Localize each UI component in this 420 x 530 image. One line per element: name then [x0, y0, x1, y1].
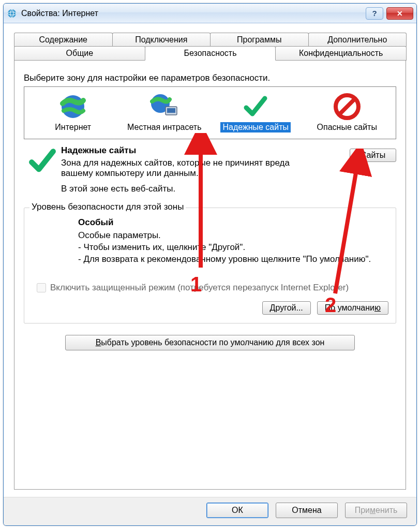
reset-all-zones-button[interactable]: Выбрать уровень безопасности по умолчани…: [65, 335, 355, 350]
svg-rect-5: [167, 108, 175, 113]
trusted-large-icon: [24, 145, 61, 194]
tab-programs[interactable]: Программы: [210, 33, 309, 47]
svg-point-0: [8, 9, 16, 18]
tab-security[interactable]: Безопасность: [145, 46, 276, 61]
zone-intranet[interactable]: Местная интрасеть: [119, 90, 211, 134]
window-title: Свойства: Интернет: [21, 9, 366, 18]
level-title: Особый: [78, 217, 388, 228]
tab-content[interactable]: Содержание: [14, 33, 113, 47]
level-line: Особые параметры.: [78, 230, 388, 242]
tab-connections[interactable]: Подключения: [112, 33, 211, 47]
zone-restricted[interactable]: Опасные сайты: [302, 90, 393, 134]
level-line: - Чтобы изменить их, щелкните "Другой".: [78, 242, 388, 254]
help-button[interactable]: ?: [366, 7, 383, 20]
zone-internet[interactable]: Интернет: [27, 90, 119, 134]
dialog-button-row: ОК Отмена Применить: [4, 497, 416, 525]
cancel-button[interactable]: Отмена: [276, 503, 338, 518]
titlebar[interactable]: Свойства: Интернет ? ✕: [4, 4, 416, 23]
ok-button[interactable]: ОК: [206, 503, 268, 518]
protected-mode-checkbox[interactable]: [37, 283, 46, 292]
sites-button[interactable]: Сайты: [350, 149, 396, 162]
zone-desc-body: Зона для надежных сайтов, которые не при…: [61, 158, 324, 179]
zone-label: Надежные сайты: [220, 122, 291, 132]
close-button[interactable]: ✕: [386, 7, 413, 20]
zone-trusted[interactable]: Надежные сайты: [210, 90, 302, 134]
default-level-button[interactable]: По умолчанию: [317, 301, 388, 315]
tab-privacy[interactable]: Конфиденциальность: [275, 46, 407, 61]
apply-button[interactable]: Применить: [345, 503, 407, 518]
forbidden-icon: [303, 92, 392, 121]
protected-mode-label: Включить защищенный режим (потребуется п…: [50, 282, 349, 293]
security-panel: Выберите зону для настройки ее параметро…: [14, 60, 406, 490]
zone-label: Интернет: [55, 122, 91, 132]
client-area: Содержание Подключения Программы Дополни…: [4, 23, 416, 497]
internet-options-icon: [7, 8, 17, 19]
globe-icon: [28, 92, 118, 121]
zone-instruction: Выберите зону для настройки ее параметро…: [24, 73, 396, 83]
zone-desc-note: В этой зоне есть веб-сайты.: [61, 184, 324, 194]
svg-line-7: [340, 99, 354, 114]
security-level-group: Уровень безопасности для этой зоны Особы…: [24, 208, 396, 323]
level-line: - Для возврата к рекомендованному уровню…: [78, 254, 388, 266]
group-legend: Уровень безопасности для этой зоны: [29, 202, 186, 212]
zone-desc-title: Надежные сайты: [61, 145, 324, 156]
checkmark-icon: [211, 92, 301, 121]
internet-properties-window: Свойства: Интернет ? ✕ Содержание Подклю…: [3, 3, 417, 526]
tab-general[interactable]: Общие: [14, 46, 145, 61]
zone-label: Местная интрасеть: [127, 122, 202, 132]
zone-list: Интернет Местная интрасеть Надежные сайт…: [24, 86, 396, 139]
custom-level-button[interactable]: Другой...: [262, 301, 311, 315]
tab-advanced[interactable]: Дополнительно: [308, 33, 407, 47]
zone-label: Опасные сайты: [317, 122, 377, 132]
intranet-icon: [120, 92, 209, 121]
